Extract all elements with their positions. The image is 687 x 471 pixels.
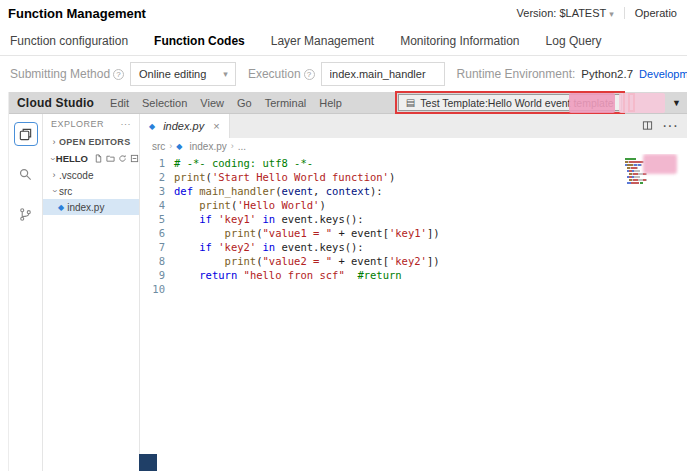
source-control-icon[interactable] [14,202,38,226]
collapse-all-icon[interactable] [130,154,139,163]
menu-selection[interactable]: Selection [142,97,187,109]
ide-menus: EditSelectionViewGoTerminalHelp [110,97,355,109]
new-file-icon[interactable] [94,154,103,163]
chevron-right-icon: › [169,141,172,151]
tab-function-configuration[interactable]: Function configuration [10,34,128,48]
chevron-down-icon: › [49,186,59,196]
editor-area: ◆ index.py × ··· src › ◆ index.py › ... [140,114,687,471]
menu-help[interactable]: Help [319,97,342,109]
code-line[interactable]: 9 return "hello fron scf" #return [140,268,687,282]
cloud-studio-brand: Cloud Studio [17,96,94,110]
more-actions-icon[interactable]: ··· [662,117,678,135]
code-line[interactable]: 8 print("value2 = " + event['key2']) [140,254,687,268]
editor-tab-strip: ◆ index.py × ··· [140,114,687,138]
submitting-method-label: Submitting Method? [10,67,124,81]
submitting-method-select[interactable]: Online editing▾ [130,62,236,86]
line-number: 9 [140,268,174,282]
refresh-icon[interactable] [118,154,127,163]
chevron-down-icon: › [49,154,56,164]
chevron-down-icon: ▾ [223,69,228,79]
tree-item-label: src [59,186,72,197]
breadcrumb-item[interactable]: ... [238,141,246,152]
page-title: Function Management [8,6,146,21]
tree-item-src[interactable]: ›src [43,183,139,199]
menu-edit[interactable]: Edit [110,97,129,109]
blue-square-artifact [139,454,157,471]
execution-input[interactable] [321,62,445,86]
chevron-right-icon: › [49,170,59,180]
search-icon[interactable] [14,162,38,186]
more-actions-icon[interactable]: ··· [121,119,132,129]
line-number: 3 [140,184,174,198]
ide-body: EXPLORER ··· › OPEN EDITORS › HELLO ›.vs… [9,114,687,471]
project-header[interactable]: › HELLO [43,150,139,167]
tree-item-index-py[interactable]: ◆index.py [43,199,139,215]
code-line[interactable]: 2print('Start Hello World function') [140,170,687,184]
code-line[interactable]: 1# -*- coding: utf8 -*- [140,156,687,170]
code-lines: 1# -*- coding: utf8 -*-2print('Start Hel… [140,156,687,296]
redaction-pink [619,93,665,113]
operation-menu[interactable]: Operatio [635,7,677,19]
python-file-icon: ◆ [149,122,155,131]
editor-tab-index-py[interactable]: ◆ index.py × [140,114,230,138]
breadcrumb-item[interactable]: src [152,141,165,152]
runtime-value: Python2.7 [581,68,633,80]
header-actions: Version: $LATEST▾ Operatio [517,7,677,19]
code-editor[interactable]: 1# -*- coding: utf8 -*-2print('Start Hel… [140,154,687,471]
breadcrumb-item[interactable]: index.py [190,141,227,152]
line-number: 5 [140,212,174,226]
cloud-studio-ide: Cloud Studio EditSelectionViewGoTerminal… [8,92,687,471]
menu-view[interactable]: View [200,97,224,109]
page-header: Function Management Version: $LATEST▾ Op… [0,0,687,26]
tab-function-codes[interactable]: Function Codes [154,34,245,48]
runtime-label: Runtime Environment: [457,67,576,81]
redaction-pink [569,93,615,113]
editor-tab-label: index.py [163,120,204,132]
ide-menu-bar: Cloud Studio EditSelectionViewGoTerminal… [9,92,687,114]
info-icon[interactable]: ? [304,69,315,80]
tab-layer-management[interactable]: Layer Management [271,34,374,48]
info-icon[interactable]: ? [113,69,124,80]
code-line[interactable]: 3def main_handler(event, context): [140,184,687,198]
menu-terminal[interactable]: Terminal [265,97,307,109]
chevron-down-icon: ▾ [609,9,614,19]
explorer-header: EXPLORER ··· [43,119,139,134]
code-line[interactable]: 4 print('Hello World') [140,198,687,212]
code-line[interactable]: 7 if 'key2' in event.keys(): [140,240,687,254]
collapse-ide-icon[interactable]: ▼ [672,98,681,108]
open-editors-label: OPEN EDITORS [59,137,130,147]
line-number: 1 [140,156,174,170]
function-management-page: Function Management Version: $LATEST▾ Op… [0,0,687,471]
breadcrumb[interactable]: src › ◆ index.py › ... [140,138,687,154]
line-number: 10 [140,282,174,296]
python-file-icon: ◆ [176,142,182,151]
tree-item--vscode[interactable]: ›.vscode [43,167,139,183]
execution-label: Execution? [248,67,315,81]
code-line[interactable]: 6 print("value1 = " + event['key1']) [140,226,687,240]
tree-item-label: index.py [67,202,104,213]
code-line[interactable]: 10 [140,282,687,296]
chevron-right-icon: › [49,137,59,147]
close-icon[interactable]: × [213,120,219,132]
open-editors-section[interactable]: › OPEN EDITORS [43,134,139,150]
redaction-pink [643,154,677,174]
split-editor-icon[interactable] [642,117,653,135]
tab-monitoring-information[interactable]: Monitoring Information [400,34,519,48]
divider [624,7,625,19]
code-line[interactable]: 5 if 'key1' in event.keys(): [140,212,687,226]
tutorial-link[interactable]: Development Tutorial of Python2.7 ⧉ [639,68,687,81]
project-label: HELLO [56,153,88,164]
line-number: 2 [140,170,174,184]
activity-bar [9,114,43,471]
editor-strip-actions: ··· [642,114,687,138]
explorer-tree: ›.vscode›src◆index.py [43,167,139,215]
tree-item-label: .vscode [59,170,93,181]
line-number: 4 [140,198,174,212]
explorer-icon[interactable] [14,122,38,146]
chevron-right-icon: › [231,141,234,151]
tab-log-query[interactable]: Log Query [546,34,602,48]
version-select[interactable]: Version: $LATEST▾ [517,7,614,19]
menu-go[interactable]: Go [237,97,252,109]
line-number: 7 [140,240,174,254]
new-folder-icon[interactable] [106,154,115,163]
